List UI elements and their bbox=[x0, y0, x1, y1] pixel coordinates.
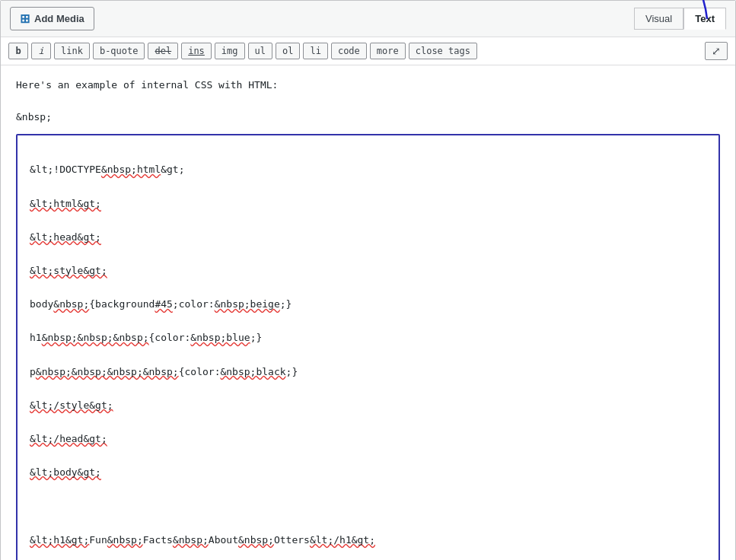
more-button[interactable]: more bbox=[370, 43, 406, 59]
tab-text[interactable]: Text bbox=[683, 8, 726, 30]
italic-button[interactable]: i bbox=[31, 43, 51, 59]
ol-button[interactable]: ol bbox=[276, 43, 300, 59]
code-line: &lt;h1&gt;Fun&nbsp;Facts&nbsp;About&nbsp… bbox=[30, 532, 706, 549]
code-line: &lt;head&gt; bbox=[30, 229, 706, 246]
view-tabs: Visual Text bbox=[634, 8, 726, 30]
code-line: &lt;!DOCTYPE&nbsp;html&gt; bbox=[30, 161, 706, 178]
code-editor[interactable]: &lt;!DOCTYPE&nbsp;html&gt; &lt;html&gt; … bbox=[16, 134, 720, 560]
media-icon: ⊞ bbox=[20, 11, 30, 26]
li-button[interactable]: li bbox=[303, 43, 327, 59]
code-line bbox=[30, 498, 706, 514]
bquote-button[interactable]: b-quote bbox=[93, 43, 145, 59]
tab-visual[interactable]: Visual bbox=[634, 8, 683, 30]
bold-button[interactable]: b bbox=[8, 43, 28, 59]
editor-container: ⊞ Add Media Visual Text b i link b-quote… bbox=[0, 0, 736, 560]
code-button[interactable]: code bbox=[331, 43, 367, 59]
code-line: &lt;html&gt; bbox=[30, 196, 706, 212]
code-line: p&nbsp;&nbsp;&nbsp;&nbsp;{color:&nbsp;bl… bbox=[30, 364, 706, 380]
top-bar: ⊞ Add Media Visual Text bbox=[1, 1, 735, 37]
code-line: &lt;/head&gt; bbox=[30, 431, 706, 447]
link-button[interactable]: link bbox=[54, 43, 90, 59]
del-button[interactable]: del bbox=[148, 43, 178, 59]
code-line: &lt;body&gt; bbox=[30, 464, 706, 481]
formatting-toolbar: b i link b-quote del ins img ul ol li co… bbox=[1, 37, 735, 65]
intro-text: Here's an example of internal CSS with H… bbox=[16, 78, 720, 125]
code-line: &lt;/style&gt; bbox=[30, 397, 706, 414]
fullscreen-button[interactable]: ⤢ bbox=[705, 42, 728, 60]
ins-button[interactable]: ins bbox=[181, 43, 212, 59]
close-tags-button[interactable]: close tags bbox=[409, 43, 477, 59]
add-media-label: Add Media bbox=[34, 13, 84, 24]
content-area: Here's an example of internal CSS with H… bbox=[1, 65, 735, 560]
img-button[interactable]: img bbox=[215, 43, 245, 59]
arrow-annotation: Visual Text bbox=[634, 8, 726, 30]
add-media-button[interactable]: ⊞ Add Media bbox=[10, 7, 94, 30]
code-line: body&nbsp;{background#45;color:&nbsp;bei… bbox=[30, 296, 706, 313]
code-line: &lt;style&gt; bbox=[30, 262, 706, 279]
code-line: h1&nbsp;&nbsp;&nbsp;{color:&nbsp;blue;} bbox=[30, 329, 706, 346]
ul-button[interactable]: ul bbox=[248, 43, 272, 59]
